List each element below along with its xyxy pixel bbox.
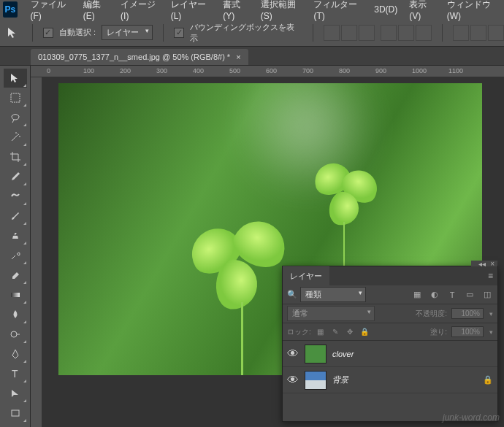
- auto-select-checkbox[interactable]: ✓: [43, 28, 53, 38]
- align-group-1: [324, 25, 375, 41]
- panel-tab-layers[interactable]: レイヤー: [283, 266, 329, 285]
- fill-input[interactable]: 100%: [451, 326, 484, 337]
- ruler-tick: 300: [156, 67, 167, 74]
- align-btn[interactable]: [416, 25, 432, 41]
- marquee-tool[interactable]: [4, 88, 27, 107]
- menu-view[interactable]: 表示(V): [403, 0, 440, 24]
- document-tab[interactable]: 010309_0775_1377_n__smed.jpg @ 50% (RGB/…: [31, 49, 248, 65]
- filter-adjustment-icon[interactable]: ◐: [429, 289, 440, 301]
- layer-visibility-icon[interactable]: 👁: [287, 374, 299, 386]
- clone-stamp-tool[interactable]: [4, 226, 27, 245]
- menu-filter[interactable]: フィルター(T): [308, 0, 368, 24]
- layer-name[interactable]: 背景: [332, 374, 348, 385]
- svg-rect-0: [11, 93, 20, 102]
- auto-select-dropdown[interactable]: レイヤー: [102, 25, 153, 40]
- layer-thumbnail[interactable]: [305, 371, 327, 390]
- ruler-tick: 100: [83, 67, 94, 74]
- ruler-tick: 200: [120, 67, 131, 74]
- menu-file[interactable]: ファイル(F): [25, 0, 77, 24]
- history-brush-tool[interactable]: [4, 246, 27, 265]
- lock-transparency-icon[interactable]: ▦: [316, 327, 326, 337]
- separator: [313, 24, 313, 42]
- layer-filter-dropdown[interactable]: 種類: [300, 287, 366, 302]
- panel-menu-icon[interactable]: ≡: [488, 271, 493, 281]
- layer-row[interactable]: 👁 clover: [283, 341, 497, 367]
- eraser-tool[interactable]: [4, 266, 27, 285]
- lasso-tool[interactable]: [4, 108, 27, 127]
- auto-select-label: 自動選択 :: [59, 27, 96, 38]
- blend-mode-dropdown[interactable]: 通常: [287, 306, 375, 321]
- layer-filter-row: 🔍 種類 ▦ ◐ T ▭ ◫: [283, 285, 497, 304]
- panel-tabs: レイヤー ≡: [283, 266, 497, 285]
- layers-panel: ◂◂ × レイヤー ≡ 🔍 種類 ▦ ◐ T ▭ ◫ 通常 不透明度: 100%…: [282, 266, 498, 422]
- distribute-btn[interactable]: [453, 25, 469, 41]
- menu-edit[interactable]: 編集(E): [77, 0, 115, 24]
- type-tool[interactable]: T: [4, 364, 27, 383]
- healing-brush-tool[interactable]: [4, 187, 27, 206]
- magic-wand-tool[interactable]: [4, 128, 27, 147]
- document-tab-title: 010309_0775_1377_n__smed.jpg @ 50% (RGB/…: [38, 53, 230, 61]
- bbox-label: バウンディングボックスを表示: [190, 22, 302, 44]
- ruler-tick: 1000: [412, 67, 427, 74]
- move-tool-icon[interactable]: [4, 24, 22, 42]
- svg-point-2: [11, 331, 17, 337]
- align-btn[interactable]: [398, 25, 414, 41]
- ruler-horizontal[interactable]: 0 100 200 300 400 500 600 700 800 900 10…: [31, 66, 504, 77]
- svg-text:T: T: [12, 368, 18, 380]
- rectangle-tool[interactable]: [4, 404, 27, 423]
- pen-tool[interactable]: [4, 345, 27, 363]
- menu-select[interactable]: 選択範囲(S): [255, 0, 308, 24]
- gradient-tool[interactable]: [4, 285, 27, 304]
- distribute-btn[interactable]: [488, 25, 504, 41]
- ruler-tick: 800: [339, 67, 350, 74]
- path-selection-tool[interactable]: [4, 384, 27, 403]
- document-tab-close-icon[interactable]: ×: [236, 53, 240, 61]
- ruler-tick: 1100: [448, 67, 463, 74]
- ruler-vertical[interactable]: [31, 77, 42, 427]
- menu-3d[interactable]: 3D(D): [368, 1, 403, 18]
- search-icon: 🔍: [287, 290, 297, 299]
- document-tab-bar: 010309_0775_1377_n__smed.jpg @ 50% (RGB/…: [0, 47, 504, 66]
- align-btn[interactable]: [341, 25, 357, 41]
- blend-row: 通常 不透明度: 100% ▾: [283, 304, 497, 323]
- filter-shape-icon[interactable]: ▭: [464, 289, 476, 301]
- blur-tool[interactable]: [4, 305, 27, 324]
- menu-bar: Ps ファイル(F) 編集(E) イメージ(I) レイヤー(L) 書式(Y) 選…: [0, 0, 504, 19]
- align-btn[interactable]: [381, 25, 397, 41]
- crop-tool[interactable]: [4, 147, 27, 166]
- align-btn[interactable]: [324, 25, 340, 41]
- brush-tool[interactable]: [4, 207, 27, 226]
- dodge-tool[interactable]: [4, 325, 27, 344]
- fill-dropdown-icon[interactable]: ▾: [489, 328, 493, 336]
- filter-pixel-icon[interactable]: ▦: [411, 289, 423, 301]
- lock-label: ロック:: [287, 327, 311, 337]
- eyedropper-tool[interactable]: [4, 167, 27, 186]
- lock-all-icon[interactable]: 🔒: [359, 327, 370, 337]
- filter-type-icon[interactable]: T: [446, 289, 458, 301]
- panel-close-icon[interactable]: ×: [490, 260, 495, 268]
- opacity-label: 不透明度:: [416, 309, 447, 319]
- move-tool[interactable]: [4, 69, 27, 88]
- menu-image[interactable]: イメージ(I): [115, 0, 165, 24]
- bbox-checkbox[interactable]: ✓: [174, 28, 184, 38]
- opacity-input[interactable]: 100%: [451, 308, 484, 319]
- layer-row[interactable]: 👁 背景 🔒: [283, 367, 497, 393]
- separator: [163, 24, 164, 42]
- lock-position-icon[interactable]: ✥: [345, 327, 355, 337]
- opacity-dropdown-icon[interactable]: ▾: [489, 310, 493, 318]
- menu-window[interactable]: ウィンドウ(W): [441, 0, 504, 24]
- layer-name[interactable]: clover: [332, 350, 354, 358]
- distribute-btn[interactable]: [470, 25, 486, 41]
- layer-thumbnail[interactable]: [305, 345, 327, 363]
- ruler-tick: 0: [47, 67, 50, 74]
- align-btn[interactable]: [359, 25, 375, 41]
- filter-smart-icon[interactable]: ◫: [481, 289, 493, 301]
- layer-visibility-icon[interactable]: 👁: [287, 348, 299, 360]
- tools-panel: T: [0, 66, 31, 427]
- panel-collapse-icon[interactable]: ◂◂: [478, 260, 486, 268]
- ruler-tick: 700: [302, 67, 313, 74]
- lock-pixels-icon[interactable]: ✎: [330, 327, 340, 337]
- menu-type[interactable]: 書式(Y): [217, 0, 254, 24]
- lock-row: ロック: ▦ ✎ ✥ 🔒 塗り: 100% ▾: [283, 323, 497, 341]
- menu-layer[interactable]: レイヤー(L): [165, 0, 218, 24]
